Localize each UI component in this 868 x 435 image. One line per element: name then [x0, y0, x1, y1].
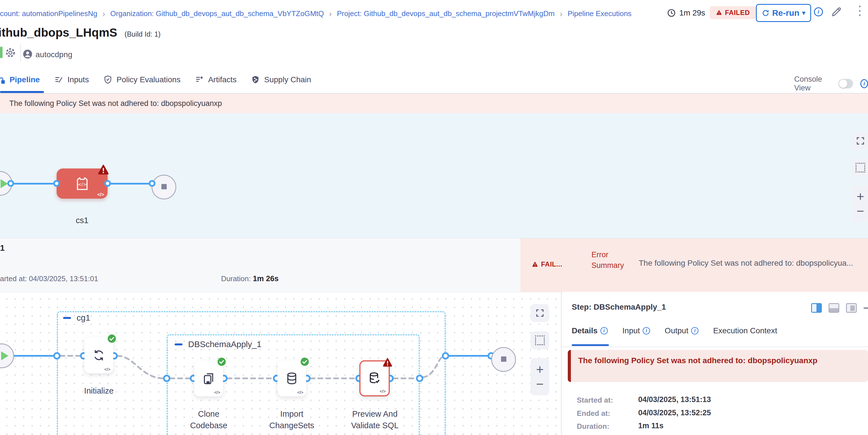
play-icon — [1, 179, 8, 188]
rerun-button-label: Re-run — [772, 8, 800, 18]
tab-artifacts-label: Artifacts — [208, 75, 237, 84]
tab-execution-context-label: Execution Context — [713, 326, 777, 335]
code-badge: </> — [297, 390, 303, 395]
info-icon[interactable]: i — [600, 327, 608, 334]
tab-output[interactable]: Output i — [665, 326, 699, 335]
zoom-in-button[interactable]: + — [536, 363, 544, 376]
edit-button[interactable] — [830, 6, 843, 18]
avatar — [23, 49, 33, 59]
tab-policy-evaluations[interactable]: Policy Evaluations — [103, 75, 181, 85]
divider — [562, 346, 868, 347]
more-options-button[interactable]: ⋮ — [854, 4, 866, 17]
tab-execution-context[interactable]: Execution Context — [713, 326, 777, 335]
breadcrumb-project[interactable]: Project: Github_db_devops_aut_db_schema_… — [337, 9, 555, 18]
trigger-user: autocdpng — [35, 50, 72, 59]
breadcrumb-pipeline-executions[interactable]: Pipeline Executions — [567, 9, 631, 18]
shield-check-icon — [103, 75, 113, 85]
collapse-icon[interactable] — [63, 317, 71, 319]
edge — [111, 183, 153, 185]
info-icon[interactable]: i — [691, 327, 699, 334]
failed-badge-icon — [382, 357, 393, 368]
zoom-out-button[interactable]: − — [536, 377, 544, 391]
fullscreen-button[interactable] — [531, 304, 549, 322]
fullscreen-button[interactable] — [851, 132, 868, 150]
warning-triangle-icon — [532, 261, 538, 268]
tab-supply-chain[interactable]: Supply Chain — [251, 75, 311, 85]
zoom-in-button[interactable]: + — [857, 190, 864, 203]
field-label-duration: Duration: — [577, 422, 610, 431]
list-plus-icon — [195, 75, 204, 85]
collapse-icon[interactable] — [175, 343, 183, 345]
stage-graph-canvas[interactable]: </> </> cs1 + − — [0, 113, 868, 238]
title-row: ithub_dbops_LHqmS (Build Id: 1) — [0, 26, 160, 39]
sync-icon — [92, 348, 106, 363]
tab-input[interactable]: Input i — [622, 326, 650, 335]
step-node-clone-codebase[interactable]: </> — [194, 360, 223, 396]
step-label: Import ChangeSets — [265, 408, 318, 431]
rerun-button[interactable]: Re-run ▾ — [756, 4, 811, 22]
marquee-select-button[interactable] — [531, 331, 549, 349]
breadcrumb-organization[interactable]: Organization: Github_db_devops_aut_db_sc… — [110, 9, 324, 18]
panel-layout-controls — [811, 303, 868, 313]
tab-details[interactable]: Details i — [572, 326, 608, 335]
marquee-select-button[interactable] — [851, 159, 868, 177]
step-details-panel: Step: DBSchemaApply_1 Details i Input i … — [562, 292, 868, 435]
step-node-initialize[interactable]: </> — [85, 337, 113, 373]
zoom-out-button[interactable]: − — [857, 205, 864, 218]
tab-inputs[interactable]: Inputs — [54, 75, 89, 85]
svg-text:</>: </> — [78, 182, 87, 187]
info-icon[interactable]: i — [814, 7, 823, 16]
marquee-icon — [535, 336, 545, 345]
breadcrumb-account[interactable]: count: automationPipelinesNg — [0, 9, 97, 18]
info-icon[interactable]: i — [860, 79, 868, 88]
clock-icon — [667, 8, 676, 18]
tab-pipeline-label: Pipeline — [9, 75, 40, 84]
graph-end-node — [491, 347, 516, 372]
connector-dot — [7, 180, 14, 187]
console-view-label: Console View — [794, 75, 831, 92]
settings-button[interactable] — [4, 47, 16, 59]
error-summary-label: Error Summary — [591, 250, 631, 271]
pipeline-icon — [0, 75, 6, 85]
stage-fail-badge: FAIL... — [532, 260, 562, 268]
connector-dot — [53, 180, 60, 187]
console-view-toggle[interactable] — [838, 79, 853, 89]
chevron-right-icon: › — [102, 10, 105, 18]
group-label-dbschemaapply: DBSchemaApply_1 — [175, 340, 261, 349]
info-icon[interactable]: i — [643, 327, 650, 334]
fullscreen-icon — [856, 136, 865, 146]
success-badge-icon — [217, 357, 226, 366]
tab-pipeline[interactable]: Pipeline — [0, 75, 40, 85]
success-badge-icon — [107, 334, 116, 343]
gear-icon — [4, 47, 16, 59]
stage-duration-value: 1m 26s — [253, 274, 279, 283]
execution-duration: 1m 29s — [667, 8, 705, 18]
layout-floating-icon[interactable] — [846, 303, 857, 313]
field-label-started-at: Started at: — [577, 396, 613, 405]
error-summary-message: The following Policy Set was not adhered… — [639, 259, 867, 268]
custom-stage-icon: </> — [74, 176, 90, 192]
layout-bottom-split-icon[interactable] — [829, 303, 839, 313]
code-badge: </> — [104, 367, 111, 372]
status-strip — [0, 47, 3, 58]
step-label: Preview And Validate SQL — [348, 408, 402, 431]
console-view-control: Console View i — [794, 75, 868, 92]
duration-value: 1m 29s — [679, 8, 705, 18]
clone-icon — [202, 371, 216, 386]
stage-error-section: FAIL... Error Summary The following Poli… — [521, 238, 868, 292]
group-label-cg1: cg1 — [63, 313, 90, 322]
group-name: cg1 — [76, 313, 90, 322]
step-node-preview-validate-sql[interactable]: </> — [360, 360, 390, 396]
fullscreen-icon — [535, 308, 545, 318]
supply-chain-shield-icon — [251, 75, 260, 85]
step-node-import-changesets[interactable]: </> — [277, 360, 306, 396]
group-name: DBSchemaApply_1 — [188, 340, 261, 349]
step-label: Initialize — [72, 385, 126, 397]
step-title: Step: DBSchemaApply_1 — [572, 303, 666, 312]
layout-right-split-icon[interactable] — [811, 303, 822, 313]
policy-banner: The following Policy Set was not adhered… — [0, 94, 868, 113]
chevron-right-icon: › — [560, 10, 562, 18]
execution-graph-canvas[interactable]: cg1 DBSchemaApply_1 </> Initialize — [0, 292, 561, 435]
minimize-panel-button[interactable] — [864, 307, 868, 309]
tab-artifacts[interactable]: Artifacts — [195, 75, 237, 85]
